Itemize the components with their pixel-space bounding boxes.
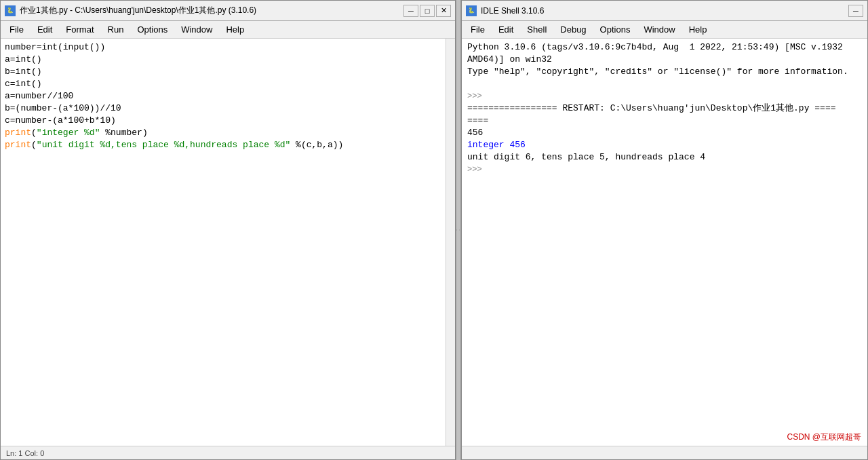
window-divider: ⋮ <box>456 0 461 460</box>
shell-menu-file[interactable]: File <box>465 22 491 37</box>
shell-icon: 🐍 <box>466 5 477 16</box>
menu-format[interactable]: Format <box>60 22 100 37</box>
shell-output-area[interactable]: Python 3.10.6 (tags/v3.10.6:9c7b4bd, Aug… <box>462 39 867 446</box>
status-bar: Ln: 1 Col: 0 <box>1 446 455 459</box>
shell-menu-debug[interactable]: Debug <box>554 22 592 37</box>
shell-menu-edit[interactable]: Edit <box>492 22 519 37</box>
shell-window-controls: ─ <box>848 5 863 17</box>
code-editor-area[interactable]: number=int(input()) a=int() b=int() c=in… <box>1 39 455 446</box>
shell-minimize-button[interactable]: ─ <box>848 5 863 17</box>
menu-options[interactable]: Options <box>131 22 174 37</box>
right-shell-window: 🐍 IDLE Shell 3.10.6 ─ File Edit Shell De… <box>461 0 868 460</box>
minimize-button[interactable]: ─ <box>403 5 418 17</box>
shell-menu-bar: File Edit Shell Debug Options Window Hel… <box>462 21 867 39</box>
close-button[interactable]: ✕ <box>436 5 451 17</box>
left-editor-window: 🐍 作业1其他.py - C:\Users\huang'jun\Desktop\… <box>0 0 456 460</box>
shell-menu-help[interactable]: Help <box>683 22 713 37</box>
window-controls: ─ □ ✕ <box>403 5 451 17</box>
shell-footer <box>462 446 867 459</box>
menu-file[interactable]: File <box>3 22 30 37</box>
cursor-position: Ln: 1 Col: 0 <box>6 449 44 457</box>
left-window-title: 作业1其他.py - C:\Users\huang'jun\Desktop\作业… <box>20 5 403 16</box>
python-file-icon: 🐍 <box>5 5 16 16</box>
shell-window-title: IDLE Shell 3.10.6 <box>481 6 848 16</box>
left-menu-bar: File Edit Format Run Options Window Help <box>1 21 455 39</box>
left-title-bar: 🐍 作业1其他.py - C:\Users\huang'jun\Desktop\… <box>1 1 455 21</box>
vertical-scrollbar[interactable] <box>446 39 455 446</box>
menu-edit[interactable]: Edit <box>31 22 58 37</box>
shell-menu-shell[interactable]: Shell <box>521 22 553 37</box>
shell-menu-options[interactable]: Options <box>594 22 637 37</box>
shell-title-bar: 🐍 IDLE Shell 3.10.6 ─ <box>462 1 867 21</box>
shell-menu-window[interactable]: Window <box>637 22 681 37</box>
maximize-button[interactable]: □ <box>420 5 435 17</box>
code-content[interactable]: number=int(input()) a=int() b=int() c=in… <box>1 39 446 446</box>
menu-help[interactable]: Help <box>220 22 250 37</box>
right-window-wrapper: 🐍 IDLE Shell 3.10.6 ─ File Edit Shell De… <box>461 0 868 460</box>
watermark: CSDN @互联网超哥 <box>787 432 861 443</box>
menu-run[interactable]: Run <box>102 22 130 37</box>
menu-window[interactable]: Window <box>175 22 218 37</box>
